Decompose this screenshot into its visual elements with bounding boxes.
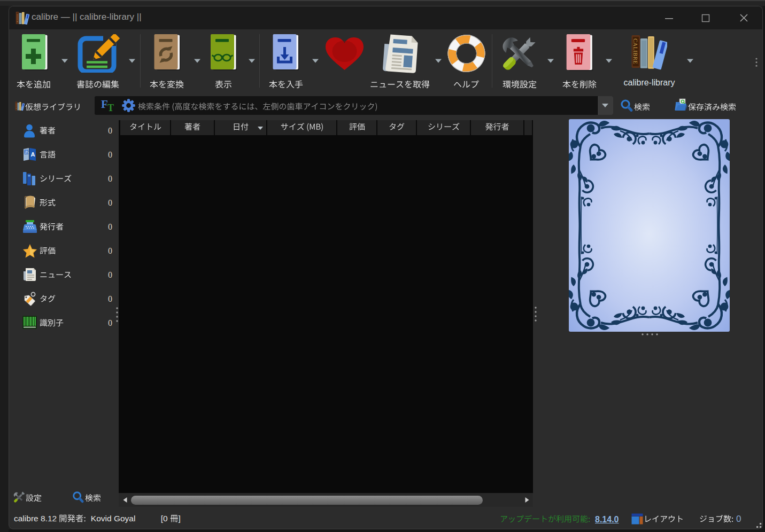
svg-text:CALIBRE: CALIBRE [632, 38, 638, 64]
svg-text:A: A [31, 151, 35, 158]
